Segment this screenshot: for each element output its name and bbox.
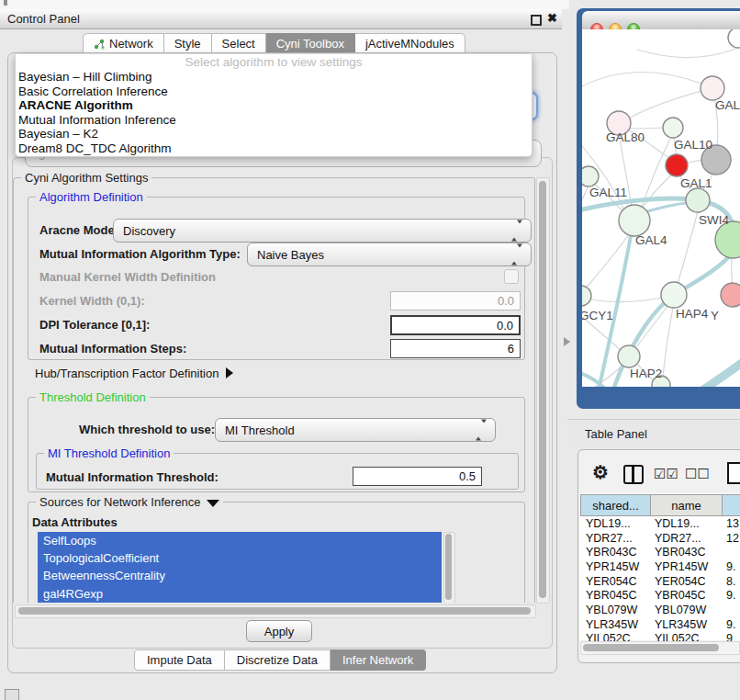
network-node[interactable] xyxy=(715,221,740,258)
network-node[interactable] xyxy=(661,282,687,308)
algorithm-dropdown-list: Select algorithm to view settings Bayesi… xyxy=(15,54,533,157)
mi-steps-field[interactable]: 6 xyxy=(390,339,521,358)
algorithm-option[interactable]: Bayesian – K2 xyxy=(16,127,532,141)
network-edge[interactable] xyxy=(641,202,692,213)
network-edge[interactable] xyxy=(637,48,738,58)
table-row[interactable]: YPR145WYPR145W9. xyxy=(580,559,740,574)
network-edge[interactable] xyxy=(663,307,673,376)
column-header-partial[interactable] xyxy=(723,494,740,516)
select-all-icon[interactable]: ☑☑ xyxy=(654,466,678,482)
attributes-scrollbar[interactable] xyxy=(443,532,455,603)
tab-style-label: Style xyxy=(174,37,201,51)
network-node[interactable] xyxy=(701,76,724,100)
network-node[interactable] xyxy=(619,205,650,236)
attributes-scrollbar-thumb[interactable] xyxy=(445,534,452,600)
cyni-algorithm-settings-title: Cyni Algorithm Settings xyxy=(21,171,151,185)
table-cell: YDL19... xyxy=(580,517,651,530)
tab-select[interactable]: Select xyxy=(212,33,266,54)
app-root: { "colors": { "selection_blue": "#3d6bc7… xyxy=(0,0,740,700)
collapse-down-icon xyxy=(207,500,219,507)
tab-style[interactable]: Style xyxy=(164,33,212,54)
sources-title-label: Sources for Network Inference xyxy=(39,495,201,509)
tab-cyni-toolbox[interactable]: Cyni Toolbox xyxy=(266,33,355,54)
network-node[interactable] xyxy=(686,188,710,212)
table-row[interactable]: YER054CYER054C8. xyxy=(580,574,740,589)
network-edge[interactable] xyxy=(582,72,712,90)
tab-jactivemnodules[interactable]: jActiveMNodules xyxy=(355,33,465,54)
mi-threshold-field[interactable]: 0.5 xyxy=(353,467,482,486)
deselect-all-icon[interactable]: ☐☐ xyxy=(685,466,710,482)
mi-algorithm-type-combobox[interactable]: Naive Bayes xyxy=(247,243,532,266)
network-edge[interactable] xyxy=(698,360,740,387)
network-node[interactable] xyxy=(728,29,740,48)
network-node[interactable] xyxy=(721,283,740,307)
network-icon xyxy=(94,39,105,50)
corner-widget[interactable] xyxy=(5,689,19,700)
node-label: GAL xyxy=(715,98,740,112)
network-edge[interactable] xyxy=(635,305,668,348)
network-edge[interactable] xyxy=(628,88,712,119)
tab-impute-data-label: Impute Data xyxy=(147,653,212,667)
algorithm-option[interactable]: Dream8 DC_TDC Algorithm xyxy=(16,141,532,156)
top-strip xyxy=(0,0,569,9)
tab-infer-network-label: Infer Network xyxy=(342,653,413,667)
combo-arrows-icon xyxy=(511,248,522,262)
column-header-shared-name[interactable]: shared... xyxy=(580,494,651,516)
data-attribute-item[interactable]: TopologicalCoefficient xyxy=(38,549,442,567)
dpi-tolerance-value: 0.0 xyxy=(497,319,513,333)
expand-right-icon xyxy=(226,367,233,378)
table-cell: 9. xyxy=(723,618,740,631)
algorithm-option[interactable]: Mutual Information Inference xyxy=(16,113,532,128)
table-row[interactable]: YLR345WYLR345W9. xyxy=(580,617,740,632)
column-header-name[interactable]: name xyxy=(651,494,723,516)
network-edge[interactable] xyxy=(678,211,698,284)
data-attributes-list[interactable]: SelfLoopsTopologicalCoefficientBetweenne… xyxy=(38,532,442,603)
aracne-mode-combobox[interactable]: Discovery xyxy=(113,219,532,243)
algorithm-option[interactable]: ARACNE Algorithm xyxy=(16,98,532,113)
hub-transcription-factor-toggle[interactable]: Hub/Transcription Factor Definition xyxy=(35,367,233,380)
network-node[interactable] xyxy=(663,118,683,138)
algorithm-option[interactable]: Bayesian – Hill Climbing xyxy=(16,70,532,85)
data-attribute-item[interactable]: gal4RGexp xyxy=(38,585,442,603)
sources-title[interactable]: Sources for Network Inference xyxy=(36,495,223,509)
create-table-icon[interactable] xyxy=(727,462,740,484)
table-row[interactable]: YDL19...YDL19...13 xyxy=(580,516,740,531)
tab-network[interactable]: Network xyxy=(83,33,164,54)
settings-vscrollbar-thumb[interactable] xyxy=(539,181,546,598)
aracne-mode-label: Aracne Mode: xyxy=(39,223,118,237)
split-columns-icon[interactable] xyxy=(623,465,644,484)
network-node[interactable] xyxy=(618,345,640,367)
network-window-titlebar[interactable] xyxy=(582,11,740,30)
settings-hscrollbar-thumb[interactable] xyxy=(18,607,531,615)
apply-button[interactable]: Apply xyxy=(246,620,312,642)
table-hscrollbar-thumb[interactable] xyxy=(583,644,719,651)
kernel-width-field[interactable]: 0.0 xyxy=(390,291,521,310)
table-row[interactable]: YDR27...YDR27...12 xyxy=(580,531,740,546)
table-row[interactable]: YBR043CYBR043C xyxy=(580,545,740,559)
manual-kernel-width-checkbox[interactable] xyxy=(504,269,519,284)
which-threshold-combobox[interactable]: MI Threshold xyxy=(215,418,496,442)
table-hscrollbar[interactable] xyxy=(580,641,740,655)
close-window-icon[interactable]: ✖ xyxy=(547,11,557,25)
tab-infer-network[interactable]: Infer Network xyxy=(331,649,426,671)
data-attribute-item[interactable]: SelfLoops xyxy=(38,532,442,549)
float-window-icon[interactable] xyxy=(531,15,542,26)
tab-impute-data[interactable]: Impute Data xyxy=(134,649,225,671)
table-row[interactable]: YBR045CYBR045C9. xyxy=(580,589,740,604)
gear-icon[interactable]: ⚙ xyxy=(592,461,609,483)
data-attribute-item[interactable]: BetweennessCentrality xyxy=(38,567,442,584)
table-cell: YBL079W xyxy=(580,604,651,616)
network-graph: GALGAL80GAL10GAL1GAL11SWI4GAL4GCY1HAP4YH… xyxy=(582,29,740,387)
settings-hscrollbar[interactable] xyxy=(15,604,536,618)
tab-discretize-data[interactable]: Discretize Data xyxy=(225,649,331,671)
settings-vscrollbar[interactable] xyxy=(536,177,550,604)
network-node[interactable] xyxy=(666,154,688,176)
network-edge[interactable] xyxy=(589,298,662,302)
network-node[interactable] xyxy=(582,166,599,186)
table-cell: YBL079W xyxy=(651,604,723,616)
dpi-tolerance-field[interactable]: 0.0 xyxy=(390,315,521,335)
algorithm-option[interactable]: Basic Correlation Inference xyxy=(16,85,532,99)
network-canvas[interactable]: GALGAL80GAL10GAL1GAL11SWI4GAL4GCY1HAP4YH… xyxy=(582,29,740,387)
table-row[interactable]: YBL079WYBL079W xyxy=(580,603,740,617)
network-node[interactable] xyxy=(582,286,591,306)
